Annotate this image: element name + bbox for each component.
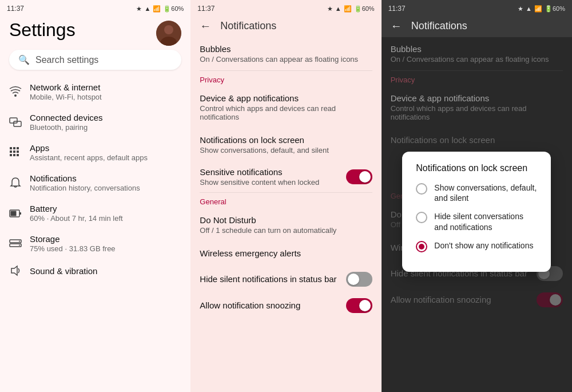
notifications-title: Notifications (30, 173, 181, 183)
sensitive-knob-middle (359, 171, 371, 183)
wireless-item-middle[interactable]: Wireless emergency alerts (190, 241, 381, 266)
battery-text: Battery 60% · About 7 hr, 14 min left (30, 204, 181, 223)
status-bar-right: 11:37 ★ ▲ 📶 🔋60% (382, 0, 572, 15)
storage-text: Storage 75% used · 31.83 GB free (30, 234, 181, 253)
time-middle: 11:37 (197, 5, 214, 13)
top-bar-right: ← Notifications (382, 15, 572, 37)
svg-rect-10 (13, 151, 15, 153)
radio-circle-0 (416, 183, 427, 195)
notifications-icon (9, 177, 30, 189)
svg-point-1 (164, 25, 173, 34)
svg-point-3 (14, 94, 17, 97)
network-icon (9, 86, 30, 98)
devices-subtitle: Bluetooth, pairing (30, 123, 181, 132)
sensitive-title-middle: Sensitive notifications (200, 167, 345, 177)
radio-option-1[interactable]: Hide silent conversations and notificati… (416, 211, 537, 232)
snoozing-title-middle: Allow notification snoozing (200, 300, 345, 310)
back-button-right[interactable]: ← (391, 19, 402, 33)
sensitive-row-middle: Sensitive notifications Show sensitive c… (190, 161, 381, 192)
time-right: 11:37 (388, 5, 406, 13)
storage-subtitle: 75% used · 31.83 GB free (30, 244, 181, 253)
signal-icon: 📶 (153, 5, 161, 13)
radio-label-1: Hide silent conversations and notificati… (434, 211, 537, 232)
time-left: 11:37 (7, 5, 24, 13)
lock-screen-dialog: Notifications on lock screen Show conver… (402, 152, 551, 272)
devices-icon (9, 116, 30, 129)
status-bar-left: 11:37 ★ ▲ 📶 🔋60% (0, 0, 190, 15)
radio-label-0: Show conversations, default, and silent (434, 183, 537, 203)
dialog-overlay[interactable]: Notifications on lock screen Show conver… (382, 37, 572, 392)
radio-circle-1 (416, 212, 427, 223)
search-placeholder: Search settings (35, 55, 98, 65)
notifications-panel-middle: 11:37 ★ ▲ 📶 🔋60% ← Notifications Bubbles… (190, 0, 381, 392)
dnd-title-middle: Do Not Disturb (200, 215, 372, 225)
radio-option-2[interactable]: Don't show any notifications (416, 240, 537, 252)
lock-screen-item-middle[interactable]: Notifications on lock screen Show conver… (190, 128, 381, 161)
status-icons-middle: ★ ▲ 📶 🔋60% (327, 5, 375, 13)
bt-icon-r: ★ (518, 5, 523, 13)
svg-rect-12 (10, 154, 12, 156)
lock-screen-sub-middle: Show conversations, default, and silent (200, 146, 372, 155)
header-title-middle: Notifications (220, 20, 276, 32)
battery-icon-r: 🔋60% (545, 5, 565, 13)
svg-marker-22 (11, 266, 17, 275)
search-icon: 🔍 (18, 54, 30, 65)
battery-icon-status: 🔋60% (163, 5, 184, 13)
bt-icon-m: ★ (327, 5, 333, 13)
network-subtitle: Mobile, Wi-Fi, hotspot (30, 93, 181, 101)
radio-label-2: Don't show any notifications (434, 240, 533, 251)
status-icons-left: ★ ▲ 📶 🔋60% (136, 5, 184, 13)
svg-point-20 (19, 240, 20, 241)
search-bar[interactable]: 🔍 Search settings (9, 50, 181, 70)
settings-item-storage[interactable]: Storage 75% used · 31.83 GB free (0, 228, 190, 259)
storage-icon (9, 237, 30, 250)
top-bar-middle: ← Notifications (190, 15, 381, 37)
settings-panel: 11:37 ★ ▲ 📶 🔋60% Settings 🔍 Search setti… (0, 0, 190, 392)
wifi-icon-r: ▲ (526, 5, 532, 12)
storage-title: Storage (30, 234, 181, 244)
bubbles-sub-middle: On / Conversations can appear as floatin… (200, 55, 372, 64)
apps-subtitle: Assistant, recent apps, default apps (30, 153, 181, 162)
svg-rect-9 (10, 151, 12, 153)
dnd-sub-middle: Off / 1 schedule can turn on automatical… (200, 226, 372, 235)
wifi-icon: ▲ (144, 5, 150, 12)
notifications-text: Notifications Notification history, conv… (30, 173, 181, 192)
settings-item-devices[interactable]: Connected devices Bluetooth, pairing (0, 107, 190, 137)
settings-item-notifications[interactable]: Notifications Notification history, conv… (0, 168, 190, 198)
settings-item-battery[interactable]: Battery 60% · About 7 hr, 14 min left (0, 198, 190, 228)
device-app-item-middle[interactable]: Device & app notifications Control which… (190, 86, 381, 128)
bubbles-item-middle[interactable]: Bubbles On / Conversations can appear as… (190, 37, 381, 70)
devices-title: Connected devices (30, 113, 181, 122)
avatar[interactable] (156, 21, 181, 46)
back-button-middle[interactable]: ← (200, 19, 211, 33)
battery-title: Battery (30, 204, 181, 213)
wireless-title-middle: Wireless emergency alerts (200, 248, 372, 258)
privacy-label-middle: Privacy (190, 71, 381, 86)
notifications-panel-right: 11:37 ★ ▲ 📶 🔋60% ← Notifications Bubbles… (382, 0, 572, 392)
radio-option-0[interactable]: Show conversations, default, and silent (416, 183, 537, 203)
svg-rect-6 (10, 147, 12, 149)
svg-rect-14 (17, 154, 19, 156)
svg-rect-7 (13, 147, 15, 149)
device-app-title-middle: Device & app notifications (200, 93, 372, 103)
settings-item-sound[interactable]: Sound & vibration (0, 259, 190, 283)
settings-item-network[interactable]: Network & internet Mobile, Wi-Fi, hotspo… (0, 77, 190, 107)
network-title: Network & internet (30, 82, 181, 92)
notifications-subtitle: Notification history, conversations (30, 184, 181, 192)
avatar-image (156, 21, 181, 46)
hide-silent-toggle-middle[interactable] (346, 272, 372, 287)
apps-title: Apps (30, 143, 181, 153)
settings-item-apps[interactable]: Apps Assistant, recent apps, default app… (0, 137, 190, 168)
svg-rect-17 (11, 211, 17, 216)
apps-icon (9, 146, 30, 159)
status-icons-right: ★ ▲ 📶 🔋60% (518, 5, 565, 13)
sound-title: Sound & vibration (30, 266, 181, 276)
avatar-wrap (156, 21, 181, 46)
snoozing-text-middle: Allow notification snoozing (200, 300, 345, 311)
sensitive-toggle-middle[interactable] (346, 169, 372, 184)
snoozing-knob-middle (359, 300, 371, 311)
svg-point-21 (19, 244, 20, 246)
snoozing-toggle-middle[interactable] (346, 298, 372, 313)
dnd-item-middle[interactable]: Do Not Disturb Off / 1 schedule can turn… (190, 208, 381, 241)
hide-silent-text-middle: Hide silent notifications in status bar (200, 274, 345, 285)
